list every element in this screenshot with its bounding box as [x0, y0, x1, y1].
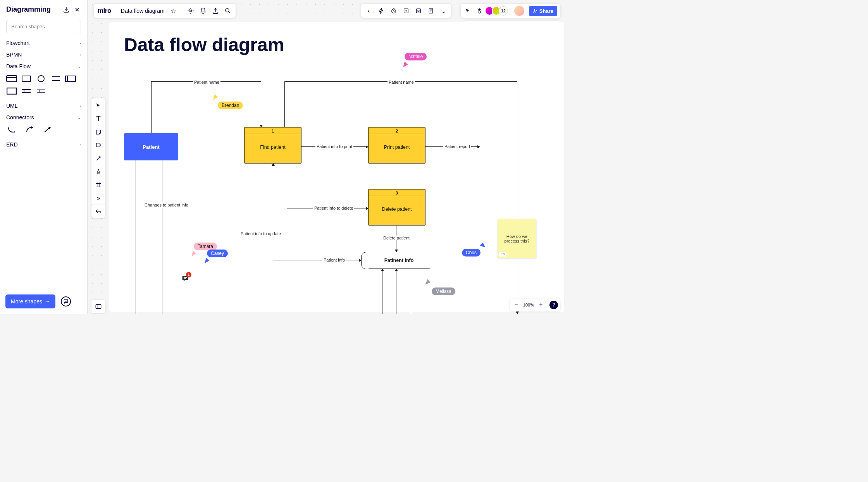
edge[interactable]	[151, 81, 152, 133]
search-input[interactable]	[6, 20, 81, 33]
import-icon[interactable]	[62, 6, 70, 14]
edge[interactable]	[396, 269, 396, 314]
shape-rect[interactable]	[21, 74, 32, 83]
divider	[116, 7, 116, 15]
category-connectors[interactable]: Connectors ⌄	[0, 112, 87, 123]
node-label: Patinent info	[384, 258, 414, 263]
category-label: Data Flow	[6, 63, 31, 69]
edge[interactable]	[382, 269, 382, 314]
undo-button[interactable]	[91, 205, 105, 218]
more-icon[interactable]: ⌄	[439, 7, 447, 15]
category-bpmn[interactable]: BPMN ›	[0, 49, 87, 60]
close-icon[interactable]	[73, 6, 81, 14]
canvas[interactable]	[109, 22, 564, 312]
category-erd[interactable]: ERD ›	[0, 139, 87, 150]
edge[interactable]	[273, 164, 273, 260]
process-label: Find patient	[260, 145, 285, 150]
share-button[interactable]: Share	[529, 6, 557, 16]
help-button[interactable]: ?	[549, 301, 558, 309]
cursor-icon[interactable]	[464, 7, 472, 15]
text-tool[interactable]: T	[94, 115, 103, 123]
category-flowchart[interactable]: Flowchart ›	[0, 37, 87, 49]
user-avatar[interactable]	[514, 6, 524, 16]
process-label: Print patient	[384, 145, 410, 150]
svg-rect-2	[22, 76, 31, 81]
notes-icon[interactable]	[427, 7, 435, 15]
chevron-left-icon[interactable]: ‹	[365, 7, 373, 15]
more-tools[interactable]: »	[94, 194, 103, 202]
timer-icon[interactable]	[390, 7, 398, 15]
shape-datastore-1[interactable]	[65, 74, 76, 83]
settings-icon[interactable]	[187, 7, 195, 15]
shape-process-1[interactable]	[6, 74, 17, 83]
process-number: 2	[369, 128, 425, 134]
voting-icon[interactable]	[415, 7, 422, 15]
arrow-tool[interactable]	[94, 154, 103, 163]
node-find-patient[interactable]: 1 Find patient	[244, 127, 301, 164]
svg-line-15	[45, 128, 49, 132]
category-label: UML	[6, 103, 18, 109]
shape-rect-bold[interactable]	[6, 87, 17, 95]
sticky-tool[interactable]	[94, 128, 103, 136]
category-label: Connectors	[6, 114, 34, 120]
comment-marker[interactable]: 1	[181, 275, 189, 282]
board-name[interactable]: Data flow diagram	[121, 8, 165, 14]
svg-point-18	[189, 10, 191, 12]
process-number: 3	[369, 190, 425, 196]
node-datastore[interactable]: Patinent info	[368, 252, 430, 269]
share-label: Share	[539, 8, 553, 14]
zoom-value[interactable]: 100%	[523, 303, 534, 307]
node-patient[interactable]: Patient	[124, 133, 178, 160]
edge[interactable]	[273, 260, 361, 260]
zoom-in-button[interactable]: +	[537, 301, 545, 309]
edge-label: Changes to patient info	[143, 202, 181, 208]
zoom-out-button[interactable]: −	[512, 301, 520, 309]
category-uml[interactable]: UML ›	[0, 100, 87, 112]
topbar-apps: ‹ ⌄	[361, 4, 451, 18]
select-tool[interactable]	[94, 102, 103, 110]
bell-icon[interactable]	[199, 7, 207, 15]
diagram-title[interactable]: Data flow diagram	[124, 34, 284, 55]
connector-curved[interactable]	[6, 126, 17, 134]
edge-label: Patient info to print	[315, 144, 353, 149]
pen-tool[interactable]	[94, 167, 103, 176]
shape-circle[interactable]	[36, 74, 46, 83]
bolt-icon[interactable]	[377, 7, 385, 15]
reactions-icon[interactable]	[475, 7, 483, 15]
cursor-melissa: Melissa	[432, 287, 455, 295]
edge[interactable]	[287, 164, 287, 208]
edge-label: Patient info to update	[239, 231, 282, 236]
svg-point-3	[38, 76, 44, 82]
miro-logo[interactable]: miro	[98, 7, 111, 15]
connector-straight[interactable]	[42, 126, 53, 134]
shape-datastore-2[interactable]	[21, 87, 32, 95]
export-icon[interactable]	[212, 7, 219, 15]
estimation-icon[interactable]	[402, 7, 410, 15]
edge[interactable]	[136, 160, 136, 314]
edge[interactable]	[162, 160, 162, 314]
shape-tool[interactable]	[94, 141, 103, 150]
panel-toggle-button[interactable]	[91, 300, 105, 313]
category-dataflow[interactable]: Data Flow ⌄	[0, 60, 87, 72]
edge[interactable]	[261, 81, 261, 127]
shape-datastore-3[interactable]	[36, 87, 46, 95]
cursor-brendan: Brendan	[218, 102, 243, 109]
sticky-text: How do we process this?	[501, 234, 533, 243]
search-icon[interactable]	[224, 7, 232, 15]
feedback-icon[interactable]	[61, 296, 71, 306]
toolbox: T »	[91, 98, 105, 205]
more-shapes-button[interactable]: More shapes →	[5, 294, 55, 308]
sticky-note[interactable]: How do we process this? + 9	[498, 219, 536, 258]
zoom-controls: − 100% + ?	[510, 299, 560, 311]
collaborator-avatars[interactable]: 12	[487, 6, 508, 15]
frame-tool[interactable]	[94, 181, 103, 189]
chevron-right-icon: ›	[79, 41, 81, 45]
node-delete-patient[interactable]: 3 Delete patient	[368, 189, 425, 226]
edge[interactable]	[411, 269, 411, 314]
edge[interactable]	[517, 81, 517, 314]
star-icon[interactable]: ☆	[169, 7, 177, 15]
edge[interactable]	[284, 81, 285, 127]
shape-lines[interactable]	[50, 74, 61, 83]
connector-arc[interactable]	[24, 126, 35, 134]
node-print-patient[interactable]: 2 Print patient	[368, 127, 425, 164]
